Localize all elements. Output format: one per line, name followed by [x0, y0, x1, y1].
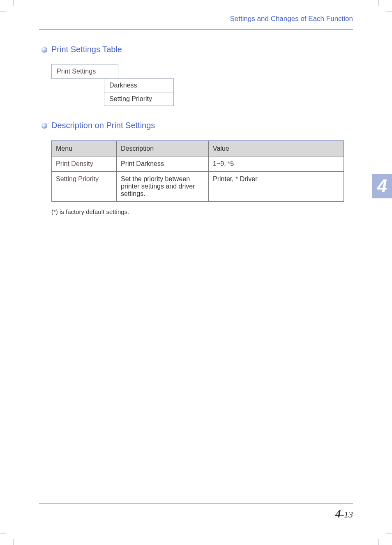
cell-menu: Print Density [52, 156, 117, 172]
th-description: Description [117, 141, 209, 156]
tree-item: Setting Priority [104, 92, 174, 106]
footnote: (*) is factory default settings. [51, 208, 353, 215]
crop-mark [386, 11, 392, 12]
tree-item: Darkness [104, 78, 174, 92]
bullet-icon [42, 47, 47, 53]
footer-sep: - [341, 509, 344, 520]
running-header: Settings and Changes of Each Function [39, 15, 353, 30]
section-title-text: Print Settings Table [51, 45, 122, 54]
table-row: Setting Priority Set the priority betwee… [52, 172, 344, 202]
crop-mark [13, 0, 14, 6]
cell-value: 1~9, *5 [209, 156, 344, 172]
chapter-tab: 4 [372, 174, 392, 198]
section-title-text: Description on Print Settings [51, 121, 155, 130]
cell-description: Print Darkness [117, 156, 209, 172]
footer-chapter: 4 [335, 507, 341, 520]
description-table: Menu Description Value Print Density Pri… [51, 140, 344, 202]
settings-tree: Print Settings Darkness Setting Priority [51, 64, 353, 106]
crop-mark [0, 11, 6, 12]
crop-mark [386, 533, 392, 534]
section-print-settings-table: Print Settings Table Print Settings Dark… [42, 45, 353, 106]
tree-root: Print Settings [51, 64, 118, 79]
bullet-icon [42, 123, 47, 129]
crop-mark [13, 539, 14, 545]
section-title: Description on Print Settings [42, 121, 353, 130]
table-row: Print Density Print Darkness 1~9, *5 [52, 156, 344, 172]
cell-value: Printer, * Driver [209, 172, 344, 202]
crop-mark [0, 533, 6, 534]
section-description: Description on Print Settings Menu Descr… [42, 121, 353, 215]
cell-description: Set the priority between printer setting… [117, 172, 209, 202]
cell-menu: Setting Priority [52, 172, 117, 202]
tree-children: Darkness Setting Priority [104, 78, 353, 106]
crop-mark [378, 539, 379, 545]
th-value: Value [209, 141, 344, 156]
crop-mark [378, 0, 379, 6]
th-menu: Menu [52, 141, 117, 156]
page-footer: 4-13 [39, 503, 353, 520]
footer-page: 13 [344, 509, 353, 520]
section-title: Print Settings Table [42, 45, 353, 54]
